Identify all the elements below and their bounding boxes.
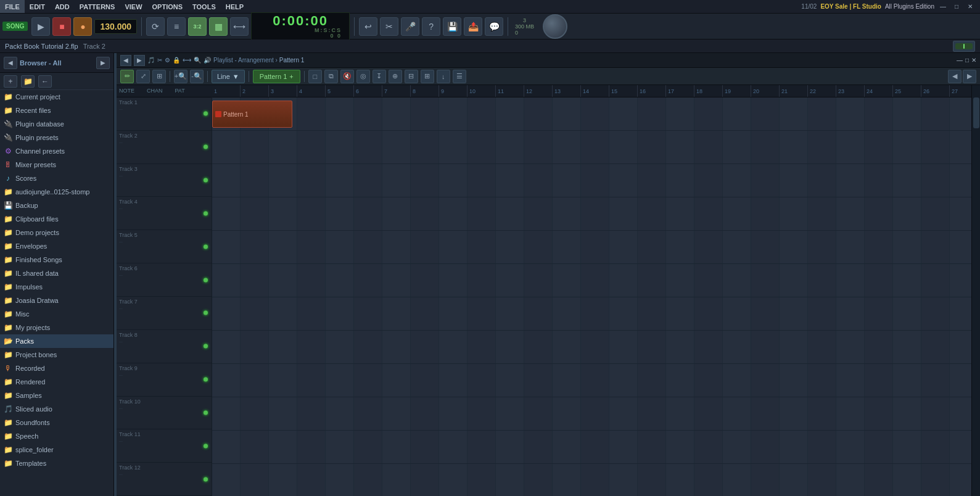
clone-btn[interactable]: ⧉: [324, 70, 338, 83]
collapse-btn[interactable]: ⊟: [405, 70, 418, 83]
sidebar-item-current-project[interactable]: 📁 Current project: [0, 90, 113, 104]
sidebar-folder-btn[interactable]: 📁: [21, 75, 35, 88]
chat-icon[interactable]: 💬: [485, 17, 503, 36]
mixer-icon-btn[interactable]: ≡: [167, 17, 186, 36]
sidebar-item-sliced-audio[interactable]: 🎵 Sliced audio: [0, 402, 113, 416]
master-volume-knob[interactable]: [543, 14, 567, 39]
loop-btn[interactable]: ⟳: [146, 17, 165, 36]
sidebar-item-project-bones[interactable]: 📁 Project bones: [0, 348, 113, 362]
sidebar-item-recorded[interactable]: 🎙 Recorded: [0, 362, 113, 375]
zoom-out-btn[interactable]: -🔍: [190, 70, 204, 83]
zoom-all-btn[interactable]: ⊞: [421, 70, 434, 83]
track-row-4[interactable]: Track 4 ···: [117, 197, 212, 230]
grid-row-11[interactable]: [212, 431, 971, 464]
playlist-win-close-btn[interactable]: ✕: [971, 57, 976, 64]
solo-btn[interactable]: ◎: [356, 70, 370, 83]
track-row-3[interactable]: Track 3 ···: [117, 164, 212, 197]
track-row-10[interactable]: Track 10 ···: [117, 397, 212, 430]
sidebar-item-plugin-database[interactable]: 🔌 Plugin database: [0, 117, 113, 131]
maximize-btn[interactable]: □: [952, 2, 961, 12]
declick-btn[interactable]: ↧: [373, 70, 386, 83]
track-row-6[interactable]: Track 6 ···: [117, 263, 212, 297]
grid-row-4[interactable]: [212, 197, 971, 231]
paint-tool-btn[interactable]: ⊞: [152, 70, 166, 83]
track-row-12[interactable]: Track 12 ···: [117, 463, 212, 496]
sidebar-item-channel-presets[interactable]: ⚙ Channel presets: [0, 144, 113, 158]
line-mode-btn[interactable]: Line ▼: [212, 70, 245, 83]
sidebar-item-il-shared-data[interactable]: 📁 IL shared data: [0, 267, 113, 280]
grid-vscroll-thumb[interactable]: [973, 97, 979, 128]
grid-row-8[interactable]: [212, 331, 971, 364]
sidebar-item-demo-projects[interactable]: 📁 Demo projects: [0, 226, 113, 239]
sidebar-item-envelopes[interactable]: 📁 Envelopes: [0, 239, 113, 253]
pattern-select-btn[interactable]: Pattern 1 +: [253, 70, 300, 83]
grid-row-1[interactable]: Pattern 1: [212, 97, 971, 131]
sidebar-item-clipboard-files[interactable]: 📁 Clipboard files: [0, 212, 113, 226]
select-tool-btn[interactable]: ⤢: [136, 70, 150, 83]
sidebar-item-recent-files[interactable]: 📁 Recent files: [0, 104, 113, 117]
menu-file[interactable]: FILE: [0, 0, 25, 13]
sidebar-item-templates[interactable]: 📁 Templates: [0, 457, 113, 470]
menu-patterns[interactable]: PATTERNS: [75, 0, 120, 13]
save-icon[interactable]: 💾: [443, 17, 461, 36]
minimize-btn[interactable]: —: [938, 2, 948, 12]
channel-btn[interactable]: ▦: [209, 17, 228, 36]
sidebar-back-btn[interactable]: ←: [38, 75, 52, 88]
track-row-5[interactable]: Track 5 ···: [117, 230, 212, 263]
pv-prev-btn[interactable]: ◀: [948, 70, 961, 83]
help-icon[interactable]: ?: [422, 17, 440, 36]
zoom-in-btn[interactable]: +🔍: [174, 70, 187, 83]
browser-forward-btn[interactable]: ▶: [96, 57, 110, 69]
sidebar-item-my-projects[interactable]: 📁 My projects: [0, 321, 113, 334]
sidebar-item-misc[interactable]: 📁 Misc: [0, 307, 113, 321]
sidebar-item-backup[interactable]: 💾 Backup: [0, 199, 113, 212]
playlist-win-max-btn[interactable]: □: [965, 57, 969, 64]
sidebar-item-finished-songs[interactable]: 📁 Finished Songs: [0, 253, 113, 267]
sidebar-item-packs[interactable]: 📂 Packs: [0, 334, 113, 348]
pattern-1-block[interactable]: Pattern 1: [212, 101, 292, 128]
draw-tool-btn[interactable]: ✏: [120, 70, 134, 83]
sidebar-item-samples[interactable]: 📁 Samples: [0, 389, 113, 402]
menu-view[interactable]: VIEW: [120, 0, 147, 13]
playlist-win-next-btn[interactable]: ▶: [134, 55, 145, 66]
playlist-win-prev-btn[interactable]: ◀: [120, 55, 131, 66]
menu-add[interactable]: ADD: [50, 0, 75, 13]
export-icon[interactable]: 📤: [464, 17, 482, 36]
menu-edit[interactable]: EDIT: [25, 0, 50, 13]
stamp-btn[interactable]: □: [308, 70, 322, 83]
beat-btn[interactable]: ⟷: [230, 17, 249, 36]
record-to-pattern-btn[interactable]: ⊕: [389, 70, 402, 83]
sidebar-item-soundfonts[interactable]: 📁 Soundfonts: [0, 416, 113, 429]
bpm-display[interactable]: 130.000: [94, 19, 137, 34]
grid-row-12[interactable]: [212, 464, 971, 496]
pattern-mode-btn[interactable]: 3:2: [188, 17, 207, 36]
track-row-2[interactable]: Track 2 ···: [117, 131, 212, 164]
song-mode-btn[interactable]: SONG: [2, 22, 28, 31]
download-btn[interactable]: ↓: [437, 70, 450, 83]
track-row-8[interactable]: Track 8 ···: [117, 330, 212, 363]
sidebar-item-scores[interactable]: ♪ Scores: [0, 172, 113, 185]
playlist-menu-btn[interactable]: ☰: [453, 70, 466, 83]
grid-row-2[interactable]: [212, 131, 971, 164]
sidebar-item-mixer-presets[interactable]: 🎚 Mixer presets: [0, 158, 113, 172]
grid-row-3[interactable]: [212, 164, 971, 197]
mic-icon[interactable]: 🎤: [401, 17, 419, 36]
grid-row-5[interactable]: [212, 231, 971, 264]
menu-tools[interactable]: TOOLS: [187, 0, 221, 13]
stop-btn[interactable]: ■: [52, 17, 71, 36]
mute-btn[interactable]: 🔇: [340, 70, 354, 83]
cut-icon[interactable]: ✂: [380, 17, 398, 36]
grid-row-9[interactable]: [212, 364, 971, 397]
browser-back-btn[interactable]: ◀: [4, 57, 17, 69]
close-btn[interactable]: ✕: [965, 2, 975, 12]
menu-help[interactable]: HELP: [221, 0, 249, 13]
sidebar-add-btn[interactable]: +: [4, 75, 17, 88]
sidebar-item-speech[interactable]: 📁 Speech: [0, 429, 113, 443]
sidebar-item-plugin-presets[interactable]: 🔌 Plugin presets: [0, 131, 113, 144]
playlist-win-min-btn[interactable]: —: [957, 57, 963, 64]
menu-options[interactable]: OPTIONS: [147, 0, 188, 13]
grid-scrollable-area[interactable]: 1 2 3 4 5 6 7 8 9 10 11 12 13: [212, 85, 971, 496]
pv-next-btn[interactable]: ▶: [963, 70, 976, 83]
sidebar-item-rendered[interactable]: 📁 Rendered: [0, 375, 113, 389]
track-row-9[interactable]: Track 9 ···: [117, 363, 212, 397]
